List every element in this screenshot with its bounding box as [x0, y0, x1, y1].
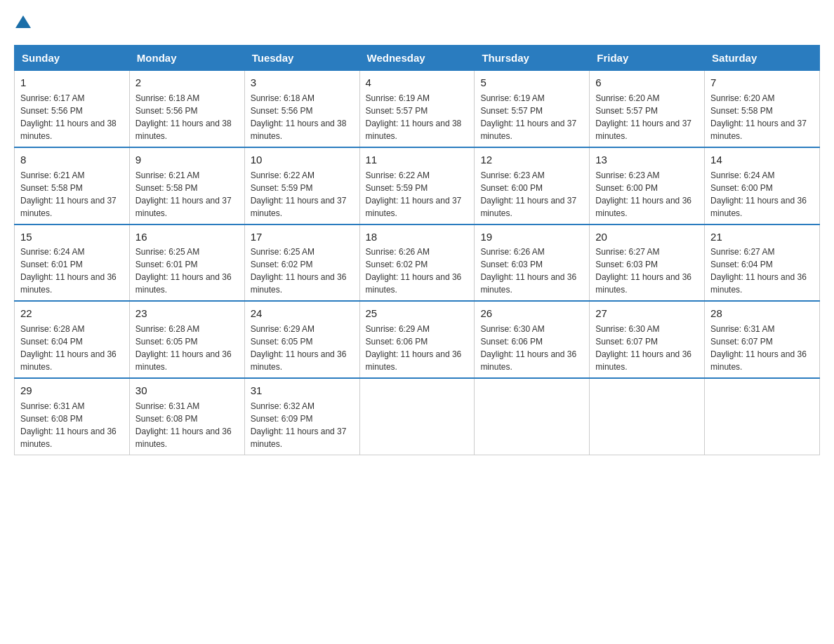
header-wednesday: Wednesday	[359, 46, 475, 70]
calendar-cell: 19Sunrise: 6:26 AMSunset: 6:03 PMDayligh…	[475, 224, 590, 302]
day-number: 31	[251, 383, 354, 398]
calendar-cell: 20Sunrise: 6:27 AMSunset: 6:03 PMDayligh…	[590, 224, 705, 302]
day-info: Sunrise: 6:24 AMSunset: 6:00 PMDaylight:…	[710, 169, 814, 220]
day-info: Sunrise: 6:26 AMSunset: 6:03 PMDaylight:…	[480, 246, 583, 296]
calendar-cell	[705, 378, 820, 455]
day-info: Sunrise: 6:31 AMSunset: 6:07 PMDaylight:…	[710, 323, 814, 373]
day-info: Sunrise: 6:27 AMSunset: 6:04 PMDaylight:…	[710, 246, 814, 296]
day-info: Sunrise: 6:22 AMSunset: 5:59 PMDaylight:…	[251, 169, 354, 220]
calendar-cell: 15Sunrise: 6:24 AMSunset: 6:01 PMDayligh…	[15, 224, 130, 302]
day-number: 7	[710, 75, 814, 90]
day-info: Sunrise: 6:29 AMSunset: 6:05 PMDaylight:…	[251, 323, 354, 373]
calendar-week-row: 8Sunrise: 6:21 AMSunset: 5:58 PMDaylight…	[15, 147, 820, 224]
calendar-table: SundayMondayTuesdayWednesdayThursdayFrid…	[14, 45, 820, 455]
day-info: Sunrise: 6:27 AMSunset: 6:03 PMDaylight:…	[595, 246, 699, 296]
calendar-cell	[590, 378, 705, 455]
calendar-cell: 10Sunrise: 6:22 AMSunset: 5:59 PMDayligh…	[244, 147, 359, 224]
calendar-cell: 25Sunrise: 6:29 AMSunset: 6:06 PMDayligh…	[359, 301, 475, 378]
day-number: 29	[20, 383, 124, 398]
day-number: 27	[595, 306, 699, 321]
day-info: Sunrise: 6:30 AMSunset: 6:06 PMDaylight:…	[480, 323, 583, 373]
calendar-cell: 31Sunrise: 6:32 AMSunset: 6:09 PMDayligh…	[244, 378, 359, 455]
day-number: 25	[366, 306, 469, 321]
day-info: Sunrise: 6:32 AMSunset: 6:09 PMDaylight:…	[251, 400, 354, 450]
day-number: 16	[135, 229, 239, 245]
day-info: Sunrise: 6:20 AMSunset: 5:57 PMDaylight:…	[595, 92, 699, 142]
calendar-cell: 17Sunrise: 6:25 AMSunset: 6:02 PMDayligh…	[244, 224, 359, 302]
svg-marker-0	[15, 15, 31, 28]
day-info: Sunrise: 6:31 AMSunset: 6:08 PMDaylight:…	[135, 400, 239, 450]
calendar-cell: 30Sunrise: 6:31 AMSunset: 6:08 PMDayligh…	[129, 378, 244, 455]
calendar-cell: 1Sunrise: 6:17 AMSunset: 5:56 PMDaylight…	[15, 70, 130, 147]
day-number: 5	[480, 75, 583, 90]
calendar-cell: 7Sunrise: 6:20 AMSunset: 5:58 PMDaylight…	[705, 70, 820, 147]
day-number: 21	[710, 229, 814, 245]
calendar-cell: 26Sunrise: 6:30 AMSunset: 6:06 PMDayligh…	[475, 301, 590, 378]
day-info: Sunrise: 6:19 AMSunset: 5:57 PMDaylight:…	[366, 92, 469, 142]
day-info: Sunrise: 6:31 AMSunset: 6:08 PMDaylight:…	[20, 400, 124, 450]
calendar-cell	[359, 378, 475, 455]
header-tuesday: Tuesday	[244, 46, 359, 70]
day-number: 4	[366, 75, 469, 90]
calendar-cell: 24Sunrise: 6:29 AMSunset: 6:05 PMDayligh…	[244, 301, 359, 378]
day-info: Sunrise: 6:25 AMSunset: 6:02 PMDaylight:…	[251, 246, 354, 296]
day-number: 14	[710, 152, 814, 168]
page-header	[14, 14, 820, 31]
day-number: 10	[251, 152, 354, 168]
calendar-cell: 11Sunrise: 6:22 AMSunset: 5:59 PMDayligh…	[359, 147, 475, 224]
calendar-cell: 21Sunrise: 6:27 AMSunset: 6:04 PMDayligh…	[705, 224, 820, 302]
day-number: 3	[251, 75, 354, 90]
header-sunday: Sunday	[15, 46, 130, 70]
day-info: Sunrise: 6:23 AMSunset: 6:00 PMDaylight:…	[595, 169, 699, 220]
day-info: Sunrise: 6:30 AMSunset: 6:07 PMDaylight:…	[595, 323, 699, 373]
header-monday: Monday	[129, 46, 244, 70]
calendar-cell: 6Sunrise: 6:20 AMSunset: 5:57 PMDaylight…	[590, 70, 705, 147]
day-info: Sunrise: 6:18 AMSunset: 5:56 PMDaylight:…	[135, 92, 239, 142]
calendar-cell: 9Sunrise: 6:21 AMSunset: 5:58 PMDaylight…	[129, 147, 244, 224]
calendar-cell: 27Sunrise: 6:30 AMSunset: 6:07 PMDayligh…	[590, 301, 705, 378]
calendar-cell: 16Sunrise: 6:25 AMSunset: 6:01 PMDayligh…	[129, 224, 244, 302]
calendar-header-row: SundayMondayTuesdayWednesdayThursdayFrid…	[15, 46, 820, 70]
day-number: 24	[251, 306, 354, 321]
day-number: 19	[480, 229, 583, 245]
header-friday: Friday	[590, 46, 705, 70]
day-info: Sunrise: 6:23 AMSunset: 6:00 PMDaylight:…	[480, 169, 583, 220]
calendar-cell: 4Sunrise: 6:19 AMSunset: 5:57 PMDaylight…	[359, 70, 475, 147]
header-thursday: Thursday	[475, 46, 590, 70]
day-number: 18	[366, 229, 469, 245]
day-info: Sunrise: 6:21 AMSunset: 5:58 PMDaylight:…	[135, 169, 239, 220]
calendar-week-row: 29Sunrise: 6:31 AMSunset: 6:08 PMDayligh…	[15, 378, 820, 455]
day-number: 13	[595, 152, 699, 168]
day-number: 22	[20, 306, 124, 321]
calendar-week-row: 22Sunrise: 6:28 AMSunset: 6:04 PMDayligh…	[15, 301, 820, 378]
day-info: Sunrise: 6:25 AMSunset: 6:01 PMDaylight:…	[135, 246, 239, 296]
calendar-cell: 22Sunrise: 6:28 AMSunset: 6:04 PMDayligh…	[15, 301, 130, 378]
day-number: 20	[595, 229, 699, 245]
logo	[14, 14, 31, 31]
calendar-week-row: 1Sunrise: 6:17 AMSunset: 5:56 PMDaylight…	[15, 70, 820, 147]
calendar-cell: 13Sunrise: 6:23 AMSunset: 6:00 PMDayligh…	[590, 147, 705, 224]
day-number: 11	[366, 152, 469, 168]
day-info: Sunrise: 6:17 AMSunset: 5:56 PMDaylight:…	[20, 92, 124, 142]
day-number: 30	[135, 383, 239, 398]
day-number: 23	[135, 306, 239, 321]
day-info: Sunrise: 6:21 AMSunset: 5:58 PMDaylight:…	[20, 169, 124, 220]
day-info: Sunrise: 6:19 AMSunset: 5:57 PMDaylight:…	[480, 92, 583, 142]
logo-triangle-icon	[15, 15, 31, 28]
day-info: Sunrise: 6:18 AMSunset: 5:56 PMDaylight:…	[251, 92, 354, 142]
calendar-week-row: 15Sunrise: 6:24 AMSunset: 6:01 PMDayligh…	[15, 224, 820, 302]
calendar-cell: 29Sunrise: 6:31 AMSunset: 6:08 PMDayligh…	[15, 378, 130, 455]
calendar-cell: 3Sunrise: 6:18 AMSunset: 5:56 PMDaylight…	[244, 70, 359, 147]
day-info: Sunrise: 6:24 AMSunset: 6:01 PMDaylight:…	[20, 246, 124, 296]
day-info: Sunrise: 6:28 AMSunset: 6:04 PMDaylight:…	[20, 323, 124, 373]
calendar-cell: 14Sunrise: 6:24 AMSunset: 6:00 PMDayligh…	[705, 147, 820, 224]
day-info: Sunrise: 6:22 AMSunset: 5:59 PMDaylight:…	[366, 169, 469, 220]
calendar-cell: 2Sunrise: 6:18 AMSunset: 5:56 PMDaylight…	[129, 70, 244, 147]
calendar-cell: 12Sunrise: 6:23 AMSunset: 6:00 PMDayligh…	[475, 147, 590, 224]
calendar-cell: 23Sunrise: 6:28 AMSunset: 6:05 PMDayligh…	[129, 301, 244, 378]
calendar-cell	[475, 378, 590, 455]
day-number: 2	[135, 75, 239, 90]
header-saturday: Saturday	[705, 46, 820, 70]
day-number: 1	[20, 75, 124, 90]
day-number: 12	[480, 152, 583, 168]
